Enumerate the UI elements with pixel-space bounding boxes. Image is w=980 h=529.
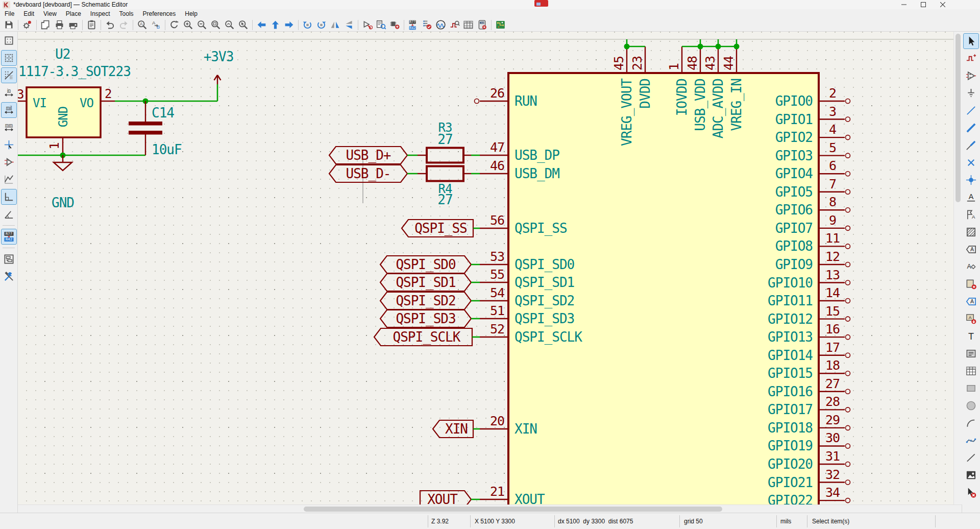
component-c14-capacitor[interactable]: C1410uF [129,101,182,157]
units-in-button[interactable]: in [2,85,16,100]
page-settings-button[interactable] [39,19,53,31]
menu-tools[interactable]: Tools [115,10,138,18]
hidden-pins-button[interactable] [2,155,16,170]
textbox-tool-button[interactable] [964,346,978,361]
print-button[interactable] [53,19,66,31]
rectangle-tool-button[interactable] [964,381,978,396]
mirror-vertical-button[interactable] [342,19,356,31]
units-mil-button[interactable]: mil [2,103,16,117]
refresh-button[interactable] [167,19,181,31]
find-button[interactable]: A [135,19,149,31]
power-symbol-3v3[interactable]: +3V3 [204,49,234,84]
rotate-ccw-button[interactable] [301,19,314,31]
zoom-fit-button[interactable] [209,19,223,31]
select-tool-button[interactable] [964,34,978,49]
global-label-tool-button[interactable]: A [964,242,978,257]
global-label-usb_d+[interactable]: USB_D+ [329,147,407,164]
place-symbol-tool-button[interactable] [964,68,978,83]
annotate-auto-button[interactable]: R??R42 [2,229,16,244]
bom-button[interactable]: .bom [475,19,489,31]
menu-place[interactable]: Place [61,10,86,18]
symbol-editor-button[interactable] [360,19,374,31]
label-tool-button[interactable]: A [964,190,978,205]
close-button[interactable] [933,0,952,9]
assign-footprints-button[interactable] [388,19,402,31]
symbol-fields-table-button[interactable] [461,19,475,31]
place-power-tool-button[interactable] [964,86,978,101]
line-tool-button[interactable] [964,450,978,465]
wires-45-button[interactable] [2,207,16,222]
global-label-usb_d-[interactable]: USB_D- [329,165,407,182]
mirror-horizontal-button[interactable] [328,19,342,31]
nav-back-button[interactable] [255,19,268,31]
free-angle-wires-button[interactable] [2,172,16,187]
properties-panel-button[interactable] [2,269,16,284]
table-tool-button[interactable] [964,364,978,378]
zoom-out-button[interactable] [195,19,209,31]
component-r4-resistor[interactable]: R427 [418,166,471,208]
maximize-button[interactable] [914,0,933,9]
plot-button[interactable] [66,19,80,31]
paste-button[interactable] [85,19,99,31]
units-mm-button[interactable]: mm [2,120,16,135]
image-tool-button[interactable] [964,468,978,483]
wire-tool-button[interactable] [964,103,978,118]
pcb-editor-button[interactable] [494,19,507,31]
erc-button[interactable] [420,19,434,31]
global-label-xin[interactable]: XIN [433,420,473,438]
sheet-tool-button[interactable] [964,277,978,292]
global-label-qspi_sd2[interactable]: QSPI_SD2 [380,292,471,309]
component-u2-regulator[interactable]: U21117-3.3_SOT223VIVOGND321 [18,46,131,155]
component-r3-resistor[interactable]: R327 [418,121,471,163]
bus-tool-button[interactable] [964,121,978,135]
hierarchy-navigator-button[interactable] [2,252,16,267]
global-label-qspi_sclk[interactable]: QSPI_SCLK [374,328,472,346]
sheet-pin-tool-button[interactable]: A [964,294,978,309]
schematic-canvas[interactable]: U21117-3.3_SOT223VIVOGND321+3V3C1410uFGN… [18,32,953,504]
global-label-xout[interactable]: XOUT [420,491,471,504]
global-label-qspi_sd1[interactable]: QSPI_SD1 [380,274,471,291]
bezier-tool-button[interactable] [964,433,978,448]
junction-tool-button[interactable] [964,173,978,187]
global-label-qspi_sd0[interactable]: QSPI_SD0 [380,256,471,273]
global-label-qspi_ss[interactable]: QSPI_SS [402,220,473,237]
zoom-objects-button[interactable] [223,19,236,31]
arc-tool-button[interactable] [964,416,978,430]
text-tool-button[interactable]: T [964,329,978,344]
hierarchical-label-tool-button[interactable]: A [964,259,978,274]
minimize-button[interactable] [894,0,914,9]
menu-edit[interactable]: Edit [19,10,39,18]
simulator-button[interactable] [434,19,448,31]
find-replace-button[interactable]: AB [149,19,163,31]
zoom-selection-button[interactable] [236,19,250,31]
net-class-directive-tool-button[interactable]: A [964,207,978,222]
horizontal-scrollbar-thumb[interactable] [304,507,722,512]
highlight-net-button[interactable] [448,19,461,31]
nav-up-button[interactable] [268,19,282,31]
delete-tool-button[interactable] [964,485,978,500]
annotate-button[interactable]: R??R42 [406,19,420,31]
global-label-qspi_sd3[interactable]: QSPI_SD3 [380,310,471,327]
rule-area-tool-button[interactable] [964,225,978,239]
import-sheet-pin-tool-button[interactable]: A [964,311,978,326]
menu-inspect[interactable]: Inspect [86,10,115,18]
schematic-setup-button[interactable] [20,19,34,31]
symbol-browser-button[interactable] [374,19,388,31]
grid-visibility-button[interactable] [2,33,16,48]
nav-forward-button[interactable] [282,19,296,31]
menu-file[interactable]: File [0,10,19,18]
grid-dots-button[interactable] [2,51,16,65]
horizontal-scrollbar[interactable] [18,504,962,513]
save-button[interactable] [2,19,16,31]
vertical-scrollbar[interactable] [953,32,962,504]
zoom-in-button[interactable] [181,19,195,31]
redo-button[interactable] [117,19,131,31]
cursor-shape-button[interactable] [2,137,16,152]
rotate-cw-button[interactable] [314,19,328,31]
hv-wires-button[interactable] [2,189,16,204]
menu-preferences[interactable]: Preferences [138,10,181,18]
circle-tool-button[interactable] [964,398,978,413]
no-connect-tool-button[interactable] [964,155,978,170]
undo-button[interactable] [103,19,117,31]
bus-entry-tool-button[interactable] [964,138,978,153]
